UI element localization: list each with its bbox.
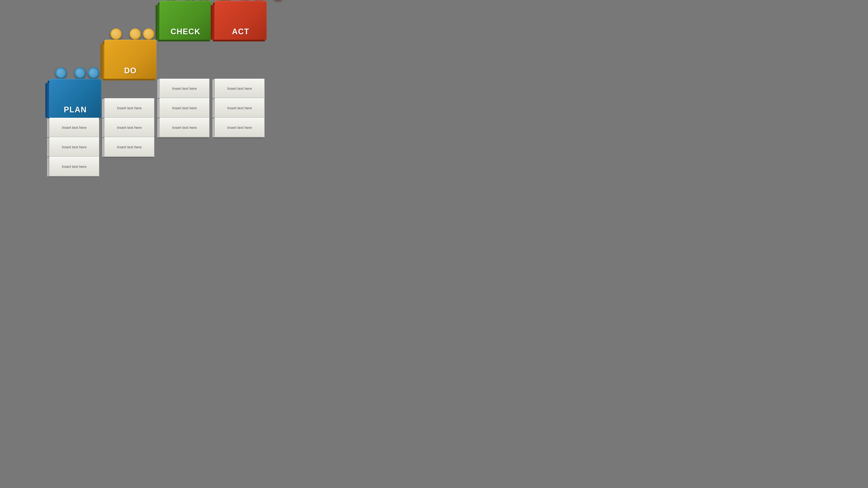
check-brick: CHECK bbox=[159, 1, 212, 40]
check-block-1-text: Insert text here bbox=[169, 87, 199, 91]
act-block-1-text: Insert text here bbox=[225, 87, 254, 91]
do-block-1-wrap: Insert text here bbox=[104, 98, 156, 118]
plan-block-2-side bbox=[47, 138, 49, 157]
act-brick-wrap: ACT bbox=[215, 1, 267, 79]
check-block-1-wrap: Insert text here bbox=[159, 79, 212, 98]
act-block-1-side bbox=[212, 79, 215, 98]
do-stud-1 bbox=[111, 28, 122, 40]
do-column: DO Insert text here Insert text here Ins… bbox=[104, 40, 156, 157]
check-label[interactable]: CHECK bbox=[170, 27, 200, 36]
plan-block-1-text: Insert text here bbox=[59, 126, 89, 130]
do-block-2-side bbox=[102, 119, 104, 137]
check-block-2-side bbox=[157, 99, 159, 118]
act-block-3[interactable]: Insert text here bbox=[215, 118, 265, 137]
check-block-3-wrap: Insert text here bbox=[159, 118, 212, 137]
plan-studs bbox=[49, 67, 101, 79]
check-block-1-side bbox=[157, 79, 159, 98]
check-brick-side bbox=[156, 5, 159, 40]
do-brick-side bbox=[100, 44, 104, 79]
act-blocks: Insert text here Insert text here Insert… bbox=[215, 79, 267, 137]
plan-blocks: Insert text here Insert text here Insert… bbox=[49, 118, 101, 176]
act-column: ACT Insert text here Insert text here In… bbox=[215, 1, 267, 137]
do-blocks: Insert text here Insert text here Insert… bbox=[104, 98, 156, 157]
do-block-2[interactable]: Insert text here bbox=[104, 118, 154, 137]
act-block-1-wrap: Insert text here bbox=[215, 79, 267, 98]
plan-block-2-text: Insert text here bbox=[59, 145, 89, 150]
plan-brick-side bbox=[45, 83, 49, 118]
pdca-diagram: PLAN Insert text here Insert text here I… bbox=[49, 1, 267, 176]
plan-block-3-text: Insert text here bbox=[59, 165, 89, 169]
plan-block-1[interactable]: Insert text here bbox=[49, 118, 99, 137]
do-brick-wrap: DO bbox=[104, 40, 156, 98]
act-block-2-wrap: Insert text here bbox=[215, 98, 267, 118]
do-brick: DO bbox=[104, 40, 156, 79]
do-block-1[interactable]: Insert text here bbox=[104, 98, 154, 118]
act-block-1[interactable]: Insert text here bbox=[215, 79, 265, 98]
plan-block-3-side bbox=[47, 158, 49, 176]
act-brick: ACT bbox=[215, 1, 267, 40]
check-block-2-wrap: Insert text here bbox=[159, 98, 212, 118]
plan-block-3[interactable]: Insert text here bbox=[49, 157, 99, 176]
do-block-2-wrap: Insert text here bbox=[104, 118, 156, 137]
act-block-3-side bbox=[212, 119, 215, 137]
check-block-1[interactable]: Insert text here bbox=[159, 79, 209, 98]
check-block-3[interactable]: Insert text here bbox=[159, 118, 209, 137]
act-stud-4 bbox=[272, 0, 284, 1]
check-block-3-side bbox=[157, 119, 159, 137]
act-block-2-side bbox=[212, 99, 215, 118]
do-stud-2 bbox=[129, 28, 141, 40]
do-block-3-side bbox=[102, 138, 104, 157]
do-block-1-side bbox=[102, 99, 104, 118]
act-block-2[interactable]: Insert text here bbox=[215, 98, 265, 118]
plan-label[interactable]: PLAN bbox=[64, 105, 87, 114]
check-block-3-text: Insert text here bbox=[169, 126, 199, 130]
check-blocks: Insert text here Insert text here Insert… bbox=[159, 79, 212, 137]
plan-stud-2 bbox=[74, 67, 86, 79]
plan-stud-1 bbox=[55, 67, 67, 79]
do-label[interactable]: DO bbox=[124, 66, 137, 75]
plan-block-3-wrap: Insert text here bbox=[49, 157, 101, 176]
plan-brick: PLAN bbox=[49, 79, 101, 118]
do-block-3-wrap: Insert text here bbox=[104, 137, 156, 157]
act-brick-side bbox=[211, 5, 215, 40]
plan-block-2[interactable]: Insert text here bbox=[49, 137, 99, 157]
check-column: CHECK Insert text here Insert text here … bbox=[159, 1, 212, 137]
act-block-3-wrap: Insert text here bbox=[215, 118, 267, 137]
do-stud-3 bbox=[143, 28, 154, 40]
act-label[interactable]: ACT bbox=[232, 27, 249, 36]
plan-stud-3 bbox=[88, 67, 99, 79]
check-brick-wrap: CHECK bbox=[159, 1, 212, 79]
do-block-1-text: Insert text here bbox=[114, 106, 144, 110]
plan-column: PLAN Insert text here Insert text here I… bbox=[49, 79, 101, 176]
check-block-2-text: Insert text here bbox=[169, 106, 199, 110]
do-block-3[interactable]: Insert text here bbox=[104, 137, 154, 157]
plan-block-1-wrap: Insert text here bbox=[49, 118, 101, 137]
plan-block-2-wrap: Insert text here bbox=[49, 137, 101, 157]
act-block-2-text: Insert text here bbox=[225, 106, 254, 110]
do-block-3-text: Insert text here bbox=[114, 145, 144, 150]
act-block-3-text: Insert text here bbox=[225, 126, 254, 130]
do-block-2-text: Insert text here bbox=[114, 126, 144, 130]
plan-brick-wrap: PLAN bbox=[49, 79, 101, 118]
plan-block-1-side bbox=[47, 119, 49, 137]
check-block-2[interactable]: Insert text here bbox=[159, 98, 209, 118]
